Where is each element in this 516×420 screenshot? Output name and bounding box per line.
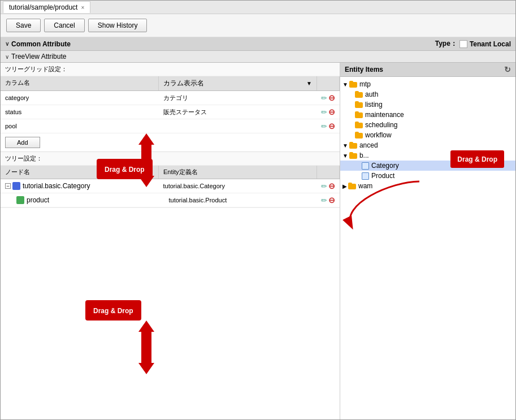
table-row: status 販売ステータス ✏ ⊖ xyxy=(1,105,340,119)
delete-icon[interactable]: ⊖ xyxy=(328,196,335,205)
chevron-icon: ▶ xyxy=(342,183,347,189)
row3-actions: ✏ ⊖ xyxy=(316,119,340,133)
type-value: Tenant Local xyxy=(470,40,511,48)
col1-header: カラム名 xyxy=(1,76,159,90)
folder-icon xyxy=(355,111,363,118)
col2-header: カラム表示名 ▼ xyxy=(159,76,317,90)
save-button[interactable]: Save xyxy=(6,19,41,32)
edit-icon[interactable]: ✏ xyxy=(321,108,327,116)
right-panel: Entity Items ↻ ▼ mtp ▶ auth ▶ xyxy=(340,63,515,419)
tree-item-label: Product xyxy=(371,172,394,180)
folder-icon xyxy=(355,132,363,138)
tree-item-mtp[interactable]: ▼ mtp xyxy=(340,79,515,89)
node-action-header xyxy=(317,166,340,179)
folder-icon xyxy=(355,101,363,108)
type-icon xyxy=(459,40,467,48)
tree-item-b[interactable]: ▼ b... xyxy=(340,150,515,161)
grid-rows: category カテゴリ ✏ ⊖ status 販売ステータス ✏ ⊖ xyxy=(1,91,340,133)
left-panel: ツリーグリッド設定： カラム名 カラム表示名 ▼ category カテゴリ ✏… xyxy=(1,63,340,419)
edit-icon[interactable]: ✏ xyxy=(321,94,327,102)
action-col-header xyxy=(317,76,340,90)
tree-item-listing[interactable]: ▶ listing xyxy=(340,99,515,110)
chevron-icon: ▼ xyxy=(342,153,348,159)
show-history-button[interactable]: Show History xyxy=(88,19,148,32)
node-row1-actions: ✏ ⊖ xyxy=(316,179,340,193)
common-attribute-label: Common Attribute xyxy=(11,40,71,48)
folder-icon xyxy=(349,142,357,149)
tree-item-maintenance[interactable]: ▶ maintenance xyxy=(340,110,515,120)
tree-item-wam[interactable]: ▶ wam xyxy=(340,181,515,191)
tree-section-label: ツリー設定： xyxy=(1,151,340,166)
dropdown-arrow-icon[interactable]: ▼ xyxy=(306,80,312,86)
chevron-icon: ▼ xyxy=(342,81,348,88)
row2-col2: 販売ステータス xyxy=(159,106,317,119)
treeview-attribute-label: TreeView Attribute xyxy=(11,53,66,60)
node-row2-col1: product xyxy=(1,194,164,206)
toolbar: Save Cancel Show History xyxy=(1,14,515,37)
tree-item-category[interactable]: ▶ Category xyxy=(340,161,515,171)
node-col2-header: Entity定義名 xyxy=(159,166,317,179)
tab-bar: tutorial/sample/product × xyxy=(1,1,515,14)
delete-icon[interactable]: ⊖ xyxy=(328,93,335,102)
tree-item-label: b... xyxy=(359,151,369,159)
tree-item-label: anced xyxy=(359,141,378,149)
chevron-icon: ▼ xyxy=(342,142,348,149)
row2-actions: ✏ ⊖ xyxy=(316,105,340,119)
row3-col2 xyxy=(159,124,317,128)
tree-item-scheduling[interactable]: ▶ scheduling xyxy=(340,120,515,130)
tree-item-auth[interactable]: ▶ auth xyxy=(340,89,515,99)
delete-icon[interactable]: ⊖ xyxy=(328,107,335,116)
node-row2-col2: tutorial.basic.Product xyxy=(164,194,317,206)
entity-icon xyxy=(362,172,369,180)
row3-col1: pool xyxy=(1,120,159,132)
tree-item-label: auth xyxy=(365,90,378,98)
delete-icon[interactable]: ⊖ xyxy=(328,181,335,190)
add-button[interactable]: Add xyxy=(5,137,40,148)
row1-col2: カテゴリ xyxy=(159,92,317,105)
common-attribute-header: ∨ Common Attribute Type： Tenant Local xyxy=(1,37,515,51)
entity-icon xyxy=(12,182,20,190)
table-row: category カテゴリ ✏ ⊖ xyxy=(1,91,340,105)
node-grid-header: ノード名 Entity定義名 xyxy=(1,166,340,179)
bottom-spacer xyxy=(1,207,340,419)
table-row: − tutorial.basic.Category tutorial.basic… xyxy=(1,179,340,193)
entity-tree: ▼ mtp ▶ auth ▶ listing ▶ xyxy=(340,77,515,419)
delete-icon[interactable]: ⊖ xyxy=(328,122,335,131)
table-row: pool ✏ ⊖ xyxy=(1,119,340,133)
entity-items-header: Entity Items ↻ xyxy=(340,63,515,77)
expand-icon[interactable]: − xyxy=(5,183,11,189)
row1-col1: category xyxy=(1,92,159,103)
tree-item-label: Category xyxy=(371,162,399,170)
refresh-icon[interactable]: ↻ xyxy=(504,65,511,74)
folder-icon xyxy=(349,152,357,159)
folder-icon xyxy=(355,122,363,128)
tree-item-label: scheduling xyxy=(365,121,397,129)
edit-icon[interactable]: ✏ xyxy=(321,196,327,205)
grid-header: カラム名 カラム表示名 ▼ xyxy=(1,76,340,91)
tree-item-advanced[interactable]: ▼ anced xyxy=(340,140,515,150)
tab-close-icon[interactable]: × xyxy=(81,5,84,11)
tree-grid-section-label: ツリーグリッド設定： xyxy=(1,63,340,76)
main-window: tutorial/sample/product × Save Cancel Sh… xyxy=(0,0,516,420)
folder-icon xyxy=(349,81,357,88)
cancel-button[interactable]: Cancel xyxy=(44,19,84,32)
treeview-attribute-toggle[interactable]: ∨ xyxy=(5,54,9,60)
tree-item-label: wam xyxy=(358,182,372,190)
entity-items-label: Entity Items xyxy=(345,66,383,73)
node-row1-col2: tutorial.basic.Category xyxy=(159,180,317,192)
tab-tutorial-sample-product[interactable]: tutorial/sample/product × xyxy=(3,1,90,13)
row1-actions: ✏ ⊖ xyxy=(316,91,340,105)
tree-item-label: listing xyxy=(365,101,383,109)
tree-item-label: maintenance xyxy=(365,111,404,119)
add-button-row: Add xyxy=(1,133,340,151)
edit-icon[interactable]: ✏ xyxy=(321,182,327,190)
folder-icon xyxy=(348,183,356,189)
edit-icon[interactable]: ✏ xyxy=(321,122,327,131)
main-split: ツリーグリッド設定： カラム名 カラム表示名 ▼ category カテゴリ ✏… xyxy=(1,63,515,419)
treeview-attribute-header: ∨ TreeView Attribute xyxy=(1,51,515,63)
common-attribute-toggle[interactable]: ∨ xyxy=(5,41,9,47)
tree-item-workflow[interactable]: ▶ workflow xyxy=(340,130,515,140)
tree-item-product[interactable]: ▶ Product xyxy=(340,171,515,181)
tree-item-label: workflow xyxy=(365,131,392,139)
type-label: Type： xyxy=(435,39,457,49)
